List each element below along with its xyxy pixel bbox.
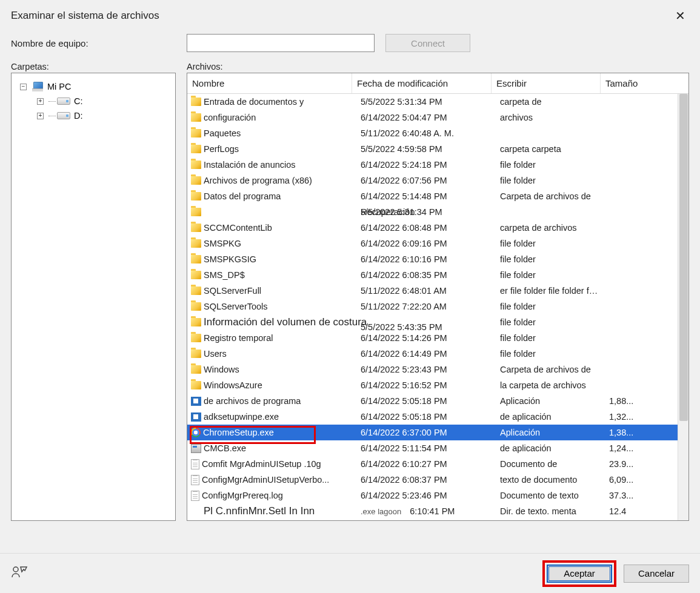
file-column-headers[interactable]: Nombre Fecha de modificación Escribir Ta… <box>187 73 688 94</box>
document-icon <box>191 459 199 469</box>
scrollbar-vertical[interactable] <box>678 94 688 520</box>
file-name: CMCB.exe <box>204 443 246 453</box>
file-date-cell: 6/14/2022 6:10:16 PM <box>356 254 495 264</box>
dialog-footer: Aceptar Cancelar <box>0 553 700 593</box>
file-size-cell: 37.3... <box>604 491 643 500</box>
file-name-cell: PerfLogs <box>191 144 356 154</box>
column-modified[interactable]: Fecha de modificación <box>352 73 492 93</box>
folder-tree[interactable]: − Mi PC + C: + D: <box>11 73 176 521</box>
tree-item-drive-d[interactable]: + D: <box>14 108 173 123</box>
file-row[interactable]: SMS_DP$6/14/2022 6:08:35 PMfile folder <box>187 267 678 283</box>
file-row[interactable]: SCCMContentLib6/14/2022 6:08:48 PMcarpet… <box>187 220 678 236</box>
file-row[interactable]: Entrada de documentos y5/5/2022 5:31:34 … <box>187 94 678 110</box>
folder-icon <box>191 350 201 358</box>
file-row[interactable]: configuración6/14/2022 5:04:47 PMarchivo… <box>187 110 678 125</box>
file-type-cell: file folder <box>495 270 604 280</box>
file-row[interactable]: SQLServerTools5/11/2022 7:22:20 AMfile f… <box>187 299 678 314</box>
file-name-cell: Pl C.nnfinMnr.Setl In Inn <box>191 505 356 517</box>
tree-label: D: <box>74 111 83 121</box>
ok-button[interactable]: Aceptar <box>547 565 612 583</box>
file-date-cell: 6/14/2022 5:11:54 PM <box>356 443 495 453</box>
application-icon <box>191 412 201 422</box>
cancel-button[interactable]: Cancelar <box>624 565 689 583</box>
highlight-ok-button: Aceptar <box>542 560 616 587</box>
file-row[interactable]: CMCB.exe6/14/2022 5:11:54 PMde aplicació… <box>187 440 678 456</box>
file-row[interactable]: ChromeSetup.exe6/14/2022 6:37:00 PMAplic… <box>187 425 678 440</box>
column-size[interactable]: Tamaño <box>601 73 639 93</box>
application-icon <box>191 397 201 406</box>
computer-name-input[interactable] <box>187 34 375 52</box>
tree-connector <box>48 116 56 116</box>
column-type[interactable]: Escribir <box>492 73 601 93</box>
file-date-cell: 6/14/2022 6:08:37 PM <box>356 475 495 485</box>
file-row[interactable]: ConfigMgrPrereq.log6/14/2022 5:23:46 PMD… <box>187 488 678 503</box>
connect-row: Nombre de equipo: Connect <box>0 28 700 58</box>
file-date-cell: 5/5/2022 4:59:58 PM <box>356 144 495 154</box>
file-type-cell: Documento de texto <box>495 491 604 500</box>
file-name: adksetupwinpe.exe <box>204 412 279 422</box>
file-row[interactable]: adksetupwinpe.exe6/14/2022 5:05:18 PMde … <box>187 409 678 425</box>
file-row[interactable]: ConfigMgrAdminUISetupVerbo...6/14/2022 6… <box>187 472 678 488</box>
file-row[interactable]: Paquetes5/11/2022 6:40:48 A. M. <box>187 125 678 141</box>
file-date-cell: 6/14/2022 5:05:18 PM <box>356 412 495 422</box>
file-row[interactable]: de archivos de programa6/14/2022 5:05:18… <box>187 393 678 409</box>
file-name: SCCMContentLib <box>204 223 272 233</box>
file-name: Users <box>204 349 227 359</box>
file-name-cell: WindowsAzure <box>191 380 356 390</box>
file-list[interactable]: Entrada de documentos y5/5/2022 5:31:34 … <box>187 94 678 520</box>
tree-item-drive-c[interactable]: + C: <box>14 94 173 108</box>
folder-icon <box>191 302 201 311</box>
file-name-cell: SMS_DP$ <box>191 270 356 280</box>
file-row[interactable]: Users6/14/2022 6:14:49 PMfile folder <box>187 346 678 362</box>
file-name: WindowsAzure <box>204 380 262 390</box>
file-date-cell: 5/5/2022 5:31:34 PM <box>356 97 495 107</box>
file-type-cell: file folder <box>495 302 604 311</box>
file-type-cell: file folder <box>495 317 604 327</box>
file-row[interactable]: SMSPKG6/14/2022 6:09:16 PMfile folder <box>187 236 678 251</box>
file-row[interactable]: Recuperación5/5/2022 5:31:34 PM <box>187 204 678 220</box>
file-row[interactable]: Instalación de anuncios6/14/2022 5:24:18… <box>187 157 678 173</box>
file-row[interactable]: Pl C.nnfinMnr.Setl In Inn.exe lagoon6:10… <box>187 503 678 519</box>
file-name: Windows <box>204 365 239 374</box>
file-date-cell: 6/14/2022 5:16:52 PM <box>356 380 495 390</box>
file-row[interactable]: Windows6/14/2022 5:23:43 PMCarpeta de ar… <box>187 362 678 377</box>
file-name: Instalación de anuncios <box>204 160 296 170</box>
file-name: PerfLogs <box>204 144 239 154</box>
folder-icon <box>191 113 201 122</box>
file-size-cell: 1,24... <box>604 443 643 453</box>
file-row[interactable]: SMSPKGSIG6/14/2022 6:10:16 PMfile folder <box>187 251 678 267</box>
file-type-cell: Aplicación <box>495 428 604 437</box>
file-size-cell: 6,09... <box>604 475 643 485</box>
folder-icon <box>191 334 201 342</box>
folder-icon <box>191 208 201 216</box>
expand-icon[interactable]: + <box>37 98 44 105</box>
file-type-cell: Carpeta de archivos de <box>495 191 604 201</box>
file-type-cell: carpeta de archivos <box>495 223 604 233</box>
file-row[interactable]: Comfit MgrAdminUISetup .10g6/14/2022 6:1… <box>187 456 678 472</box>
folder-icon <box>191 224 201 232</box>
file-row[interactable]: Registro temporal6/14/2022 5:14:26 PMfil… <box>187 330 678 346</box>
file-size-cell: 1,88... <box>604 396 643 406</box>
tree-item-mypc[interactable]: − Mi PC <box>14 79 173 94</box>
collapse-icon[interactable]: − <box>20 84 27 90</box>
file-date-cell: 5/11/2022 6:40:48 A. M. <box>356 128 495 138</box>
file-name-cell: CMCB.exe <box>191 443 356 453</box>
expand-icon[interactable]: + <box>37 113 44 119</box>
scrollbar-thumb[interactable] <box>679 94 688 421</box>
file-row[interactable]: Información del volumen de costura5/5/20… <box>187 314 678 330</box>
drive-icon <box>57 112 70 119</box>
file-size-cell: 1,32... <box>604 412 643 422</box>
file-name: Registro temporal <box>204 333 273 343</box>
file-name-cell: ConfigMgrPrereq.log <box>191 491 356 501</box>
feedback-icon[interactable] <box>11 564 28 583</box>
file-type-cell: file folder <box>495 176 604 185</box>
column-name[interactable]: Nombre <box>187 73 352 93</box>
file-row[interactable]: WindowsAzure6/14/2022 5:16:52 PMla carpe… <box>187 377 678 393</box>
file-type-cell: file folder <box>495 333 604 343</box>
file-size-cell: 23.9... <box>604 459 643 469</box>
close-icon[interactable]: ✕ <box>672 8 689 23</box>
file-row[interactable]: Datos del programa6/14/2022 5:14:48 PMCa… <box>187 188 678 204</box>
file-row[interactable]: Archivos de programa (x86)6/14/2022 6:07… <box>187 173 678 188</box>
file-row[interactable]: PerfLogs5/5/2022 4:59:58 PMcarpeta carpe… <box>187 141 678 157</box>
file-row[interactable]: SQLServerFull5/11/2022 6:48:01 AMer file… <box>187 283 678 299</box>
